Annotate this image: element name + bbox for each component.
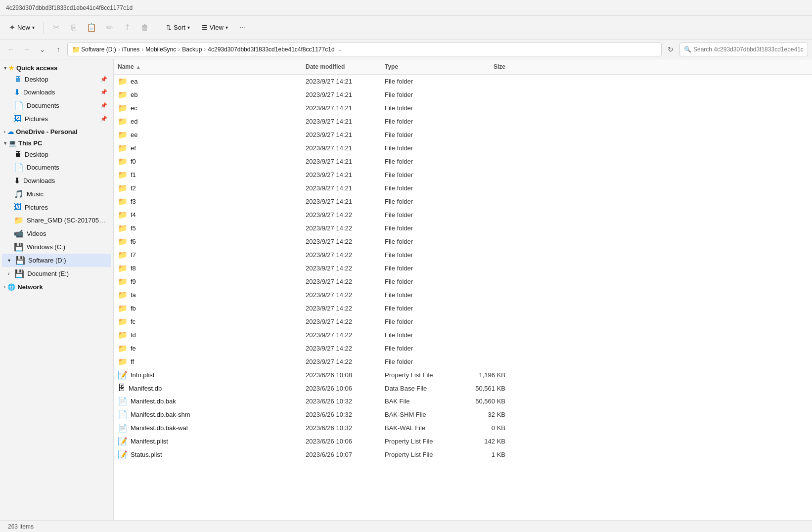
breadcrumb-itunes[interactable]: iTunes (122, 46, 140, 53)
folder-icon: 📁 (118, 357, 128, 366)
more-button[interactable]: ··· (235, 20, 251, 36)
folder-icon: 📁 (118, 143, 128, 153)
file-cell-size (460, 267, 509, 269)
file-cell-type: BAK File (381, 397, 460, 406)
table-row[interactable]: 📄 Manifest.db.bak-wal 2023/6/26 10:32 BA… (114, 421, 812, 435)
rename-button[interactable]: ✏ (101, 20, 117, 36)
file-cell-type: File folder (381, 210, 460, 220)
sidebar-item-documents[interactable]: 📄 Documents 📌 (2, 99, 111, 112)
sidebar-item-documents-pc[interactable]: 📄 Documents (2, 161, 111, 174)
file-cell-name: 📄 Manifest.db.bak-wal (114, 422, 302, 434)
sidebar-item-share-gmd[interactable]: 📁 Share_GMD (SC-201705161005) (2, 214, 111, 227)
table-row[interactable]: 📄 Manifest.db.bak-shm 2023/6/26 10:32 BA… (114, 408, 812, 421)
thispc-header[interactable]: ▾ 💻 This PC (0, 136, 113, 148)
network-header[interactable]: › 🌐 Network (0, 280, 113, 292)
file-cell-type: Property List File (381, 370, 460, 380)
sidebar-item-desktop[interactable]: 🖥 Desktop 📌 (2, 73, 111, 86)
onedrive-label: OneDrive - Personal (16, 128, 77, 135)
table-row[interactable]: 📝 Status.plist 2023/6/26 10:07 Property … (114, 448, 812, 461)
search-bar[interactable]: 🔍 (679, 43, 808, 56)
file-name-label: f5 (131, 224, 136, 232)
paste-button[interactable]: 📋 (84, 20, 99, 36)
copy-button[interactable]: ⎘ (66, 20, 82, 36)
table-row[interactable]: 📝 Info.plist 2023/6/26 10:08 Property Li… (114, 368, 812, 382)
new-button[interactable]: ✦ New ▾ (4, 20, 40, 35)
sort-button[interactable]: ⇅ Sort ▾ (161, 21, 195, 34)
share-button[interactable]: ⤴ (119, 20, 135, 36)
breadcrumb-drive[interactable]: Software (D:) (81, 46, 116, 53)
table-row[interactable]: 📁 f9 2023/9/27 14:22 File folder (114, 275, 812, 288)
table-row[interactable]: 📁 f8 2023/9/27 14:22 File folder (114, 262, 812, 275)
table-row[interactable]: 📁 ea 2023/9/27 14:21 File folder (114, 75, 812, 88)
table-row[interactable]: 📁 f4 2023/9/27 14:22 File folder (114, 208, 812, 222)
table-row[interactable]: 📁 f5 2023/9/27 14:22 File folder (114, 222, 812, 235)
table-row[interactable]: 📁 ee 2023/9/27 14:21 File folder (114, 128, 812, 141)
view-button[interactable]: ☰ View ▾ (197, 21, 233, 34)
search-input[interactable] (693, 46, 804, 53)
table-row[interactable]: 📁 f1 2023/9/27 14:21 File folder (114, 168, 812, 181)
cut-button[interactable]: ✂ (48, 20, 64, 36)
sidebar-item-videos[interactable]: 📹 Videos (2, 227, 111, 240)
sidebar-item-downloads-pc[interactable]: ⬇ Downloads (2, 174, 111, 187)
sidebar-item-document-e[interactable]: › 💾 Document (E:) (2, 267, 111, 280)
col-header-name[interactable]: Name ▲ (114, 61, 302, 72)
file-name-label: fb (131, 305, 136, 312)
refresh-button[interactable]: ↻ (664, 43, 677, 56)
breadcrumb[interactable]: 📁 Software (D:) › iTunes › MobileSync › … (67, 43, 662, 56)
downloads-icon: ⬇ (14, 88, 20, 97)
table-row[interactable]: 📁 fb 2023/9/27 14:22 File folder (114, 302, 812, 315)
file-cell-type: File folder (381, 117, 460, 126)
breadcrumb-mobilesync[interactable]: MobileSync (145, 46, 176, 53)
back-button[interactable]: ← (4, 43, 18, 56)
folder-icon: 📁 (118, 77, 128, 86)
file-name-label: ec (131, 104, 137, 112)
sidebar-item-windows-c[interactable]: 💾 Windows (C:) (2, 240, 111, 254)
table-row[interactable]: 📁 ff 2023/9/27 14:22 File folder (114, 355, 812, 368)
expand-button[interactable]: ⌄ (36, 43, 49, 56)
table-row[interactable]: 📁 eb 2023/9/27 14:21 File folder (114, 88, 812, 101)
up-button[interactable]: ↑ (51, 43, 65, 56)
col-header-size[interactable]: Size (460, 61, 509, 72)
table-row[interactable]: 📁 f7 2023/9/27 14:22 File folder (114, 248, 812, 262)
delete-button[interactable]: 🗑 (137, 20, 153, 36)
breadcrumb-hash[interactable]: 4c293d307dbbd3f1833cd1ebe41c4f8cc1177c1d (208, 46, 334, 53)
file-name-label: f6 (131, 238, 136, 245)
file-cell-name: 📁 f1 (114, 169, 302, 180)
file-name-label: Manifest.db.bak-wal (131, 424, 188, 432)
sidebar-item-desktop-pc[interactable]: 🖥 Desktop (2, 148, 111, 161)
table-row[interactable]: 📁 f6 2023/9/27 14:22 File folder (114, 235, 812, 248)
table-row[interactable]: 📁 f2 2023/9/27 14:21 File folder (114, 181, 812, 195)
sidebar-item-downloads[interactable]: ⬇ Downloads 📌 (2, 86, 111, 99)
file-cell-name: 📁 ed (114, 116, 302, 127)
table-row[interactable]: 📁 fc 2023/9/27 14:22 File folder (114, 315, 812, 328)
breadcrumb-backup[interactable]: Backup (182, 46, 202, 53)
db-icon: 🗄 (118, 384, 126, 393)
col-header-type[interactable]: Type (381, 61, 460, 72)
file-cell-modified: 2023/6/26 10:06 (302, 384, 381, 393)
sidebar-item-pictures[interactable]: 🖼 Pictures 📌 (2, 112, 111, 125)
table-row[interactable]: 📁 fd 2023/9/27 14:22 File folder (114, 328, 812, 342)
table-row[interactable]: 📝 Manifest.plist 2023/6/26 10:06 Propert… (114, 435, 812, 448)
file-cell-size (460, 254, 509, 256)
file-cell-modified: 2023/6/26 10:32 (302, 397, 381, 406)
title-text: 4c293d307dbbd3f1833cd1ebe41c4f8cc1177c1d (6, 4, 133, 11)
sidebar-desktop-label: Desktop (25, 76, 97, 83)
table-row[interactable]: 📁 fa 2023/9/27 14:22 File folder (114, 288, 812, 302)
table-row[interactable]: 📁 ef 2023/9/27 14:21 File folder (114, 141, 812, 155)
table-row[interactable]: 📁 ec 2023/9/27 14:21 File folder (114, 101, 812, 115)
table-row[interactable]: 🗄 Manifest.db 2023/6/26 10:06 Data Base … (114, 382, 812, 395)
sidebar-item-software-d[interactable]: ▾ 💾 Software (D:) (2, 254, 111, 267)
forward-button[interactable]: → (20, 43, 34, 56)
quick-access-label: Quick access (16, 64, 57, 72)
col-header-modified[interactable]: Date modified (302, 61, 381, 72)
sidebar-item-music[interactable]: 🎵 Music (2, 187, 111, 201)
sidebar-item-pictures-pc[interactable]: 🖼 Pictures (2, 201, 111, 214)
onedrive-header[interactable]: › ☁ OneDrive - Personal (0, 125, 113, 136)
table-row[interactable]: 📁 ed 2023/9/27 14:21 File folder (114, 115, 812, 128)
quick-access-header[interactable]: ▾ ★ Quick access (0, 61, 113, 73)
table-row[interactable]: 📁 f0 2023/9/27 14:21 File folder (114, 155, 812, 168)
table-row[interactable]: 📄 Manifest.db.bak 2023/6/26 10:32 BAK Fi… (114, 395, 812, 408)
file-cell-size (460, 308, 509, 310)
table-row[interactable]: 📁 fe 2023/9/27 14:22 File folder (114, 342, 812, 355)
table-row[interactable]: 📁 f3 2023/9/27 14:21 File folder (114, 195, 812, 208)
